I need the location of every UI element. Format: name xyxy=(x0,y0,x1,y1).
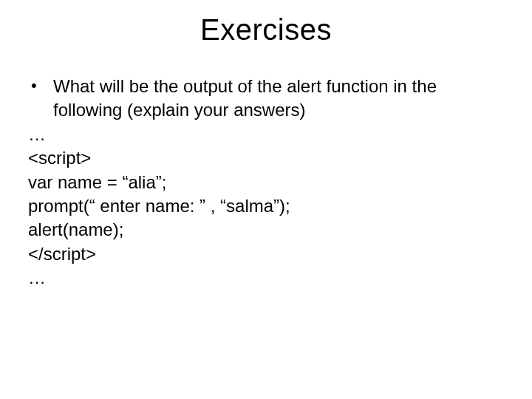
code-line: var name = “alia”; xyxy=(28,171,510,194)
code-line: <script> xyxy=(28,146,510,170)
code-line: </script> xyxy=(28,242,510,266)
code-line: prompt(“ enter name: ” , “salma”); xyxy=(28,194,510,218)
slide: Exercises • What will be the output of t… xyxy=(0,13,532,399)
code-line: … xyxy=(28,266,510,290)
slide-title: Exercises xyxy=(0,13,532,47)
bullet-dot-icon: • xyxy=(28,75,53,98)
slide-body: • What will be the output of the alert f… xyxy=(0,75,532,290)
bullet-item: • What will be the output of the alert f… xyxy=(28,75,510,123)
code-block: … <script> var name = “alia”; prompt(“ e… xyxy=(28,123,510,290)
code-line: … xyxy=(28,123,510,146)
bullet-text: What will be the output of the alert fun… xyxy=(53,75,510,123)
code-line: alert(name); xyxy=(28,218,510,242)
